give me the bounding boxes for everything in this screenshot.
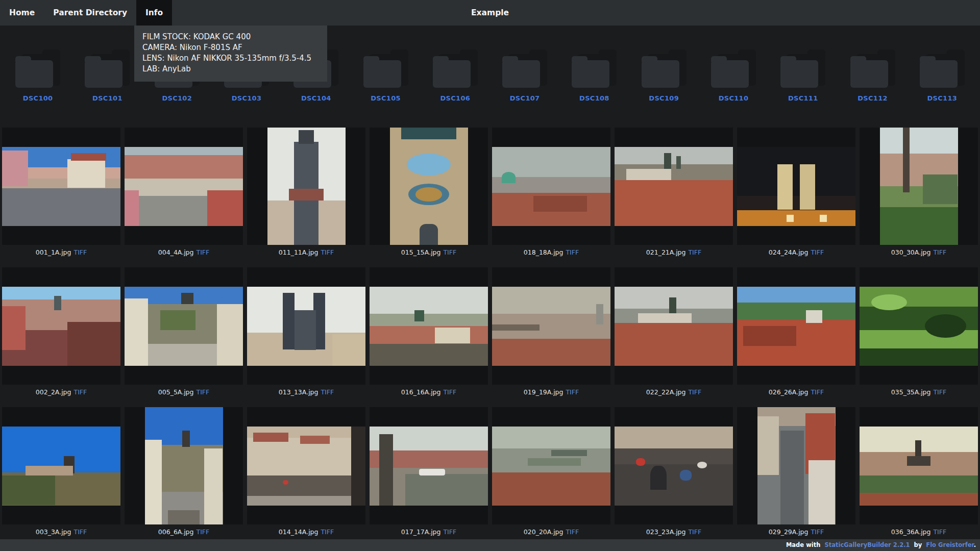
folder-label: DSC101: [92, 94, 122, 102]
tiff-link[interactable]: TIFF: [197, 388, 210, 396]
tiff-link[interactable]: TIFF: [688, 528, 701, 536]
thumbnail-panel: [370, 128, 488, 245]
folder-item-DSC110[interactable]: DSC110: [699, 32, 768, 102]
tiff-link[interactable]: TIFF: [321, 248, 334, 256]
thumbnail-030_30A.jpg[interactable]: [880, 128, 958, 245]
photo-shape: [26, 466, 73, 475]
tiff-link[interactable]: TIFF: [197, 528, 210, 536]
folder-label: DSC100: [23, 94, 53, 102]
tiff-link[interactable]: TIFF: [197, 248, 210, 256]
thumbnail-panel: [2, 128, 120, 245]
photo-shape: [664, 153, 671, 170]
photo-shape: [405, 474, 488, 506]
photo-shape: [528, 458, 581, 466]
thumbnail-015_15A.jpg[interactable]: [390, 128, 468, 245]
folder-label: DSC102: [162, 94, 192, 102]
thumbnail-003_3A.jpg[interactable]: [2, 427, 120, 506]
photo-shape: [757, 416, 779, 475]
tiff-link[interactable]: TIFF: [443, 248, 456, 256]
thumbnail-011_11A.jpg[interactable]: [267, 128, 346, 245]
tiff-link[interactable]: TIFF: [933, 248, 946, 256]
tiff-link[interactable]: TIFF: [933, 388, 946, 396]
thumbnail-035_35A.jpg[interactable]: [860, 287, 978, 366]
thumbnail-panel: [125, 407, 243, 524]
gallery-cell: 001_1A.jpgTIFF: [2, 128, 120, 256]
photo-shape: [407, 154, 451, 176]
tiff-link[interactable]: TIFF: [688, 388, 701, 396]
tiff-link[interactable]: TIFF: [74, 388, 87, 396]
photo-filename: 004_4A.jpg: [158, 248, 194, 256]
gallery-cell: 013_13A.jpgTIFF: [247, 267, 365, 396]
thumbnail-002_2A.jpg[interactable]: [2, 287, 120, 366]
thumbnail-022_22A.jpg[interactable]: [615, 287, 733, 366]
folder-item-DSC105[interactable]: DSC105: [351, 32, 420, 102]
builder-link[interactable]: StaticGalleryBuilder 2.2.1: [824, 541, 910, 548]
gallery-cell: 026_26A.jpgTIFF: [737, 267, 855, 396]
footer-credit-bar: Made with StaticGalleryBuilder 2.2.1 by …: [0, 539, 980, 551]
tiff-link[interactable]: TIFF: [933, 528, 946, 536]
thumbnail-018_18A.jpg[interactable]: [492, 147, 610, 226]
tiff-link[interactable]: TIFF: [443, 388, 456, 396]
thumbnail-024_24A.jpg[interactable]: [737, 147, 855, 226]
tiff-link[interactable]: TIFF: [443, 528, 456, 536]
tiff-link[interactable]: TIFF: [321, 388, 334, 396]
folder-label: DSC105: [371, 94, 401, 102]
photo-shape: [903, 128, 909, 192]
folder-item-DSC108[interactable]: DSC108: [559, 32, 629, 102]
thumbnail-019_19A.jpg[interactable]: [492, 287, 610, 366]
thumbnail-017_17A.jpg[interactable]: [370, 427, 488, 506]
tiff-link[interactable]: TIFF: [74, 248, 87, 256]
photo-filename: 018_18A.jpg: [524, 248, 564, 256]
tiff-link[interactable]: TIFF: [811, 528, 824, 536]
thumbnail-005_5A.jpg[interactable]: [125, 287, 243, 366]
folder-item-DSC100[interactable]: DSC100: [3, 32, 72, 102]
folder-icon: [502, 49, 547, 88]
tiff-link[interactable]: TIFF: [811, 248, 824, 256]
folder-item-DSC113[interactable]: DSC113: [908, 32, 977, 102]
info-tooltip: FILM STOCK: KODAK GC 400 CAMERA: Nikon F…: [134, 26, 327, 82]
folder-item-DSC109[interactable]: DSC109: [629, 32, 699, 102]
photo-shape: [289, 189, 323, 201]
thumbnail-016_16A.jpg[interactable]: [370, 287, 488, 366]
tiff-link[interactable]: TIFF: [566, 388, 579, 396]
tiff-link[interactable]: TIFF: [74, 528, 87, 536]
photo-filename: 022_22A.jpg: [646, 388, 686, 396]
folder-item-DSC107[interactable]: DSC107: [490, 32, 559, 102]
thumbnail-026_26A.jpg[interactable]: [737, 287, 855, 366]
nav-item-home[interactable]: Home: [0, 0, 44, 26]
thumbnail-023_23A.jpg[interactable]: [615, 427, 733, 506]
thumbnail-020_20A.jpg[interactable]: [492, 427, 610, 506]
folder-item-DSC112[interactable]: DSC112: [838, 32, 907, 102]
photo-shape: [71, 153, 107, 161]
tiff-link[interactable]: TIFF: [566, 248, 579, 256]
thumbnail-014_14A.jpg[interactable]: [247, 427, 365, 506]
photo-shape: [806, 310, 822, 323]
photo-caption: 006_6A.jpgTIFF: [125, 528, 243, 536]
thumbnail-004_4A.jpg[interactable]: [125, 147, 243, 226]
thumbnail-001_1A.jpg[interactable]: [2, 147, 120, 226]
tiff-link[interactable]: TIFF: [688, 248, 701, 256]
thumbnail-006_6A.jpg[interactable]: [145, 407, 223, 524]
nav-item-parent-directory[interactable]: Parent Directory: [44, 0, 136, 26]
folder-item-DSC101[interactable]: DSC101: [72, 32, 142, 102]
thumbnail-panel: [737, 128, 855, 245]
folder-label: DSC109: [649, 94, 679, 102]
author-link[interactable]: Flo Greistorfer: [926, 541, 973, 548]
thumbnail-panel: [125, 128, 243, 245]
folder-item-DSC111[interactable]: DSC111: [768, 32, 838, 102]
folder-icon: [363, 49, 408, 88]
tiff-link[interactable]: TIFF: [566, 528, 579, 536]
tiff-link[interactable]: TIFF: [321, 528, 334, 536]
thumbnail-029_29A.jpg[interactable]: [757, 407, 836, 524]
thumbnail-036_36A.jpg[interactable]: [860, 427, 978, 506]
thumbnail-013_13A.jpg[interactable]: [247, 287, 365, 366]
nav-item-info[interactable]: Info: [136, 0, 172, 26]
thumbnail-panel: [370, 407, 488, 524]
photo-filename: 035_35A.jpg: [891, 388, 931, 396]
folder-item-DSC106[interactable]: DSC106: [421, 32, 490, 102]
photo-caption: 003_3A.jpgTIFF: [2, 528, 120, 536]
thumbnail-021_21A.jpg[interactable]: [615, 147, 733, 226]
info-camera: CAMERA: Nikon F-801S AF: [142, 42, 319, 53]
photo-filename: 011_11A.jpg: [279, 248, 318, 256]
tiff-link[interactable]: TIFF: [811, 388, 824, 396]
